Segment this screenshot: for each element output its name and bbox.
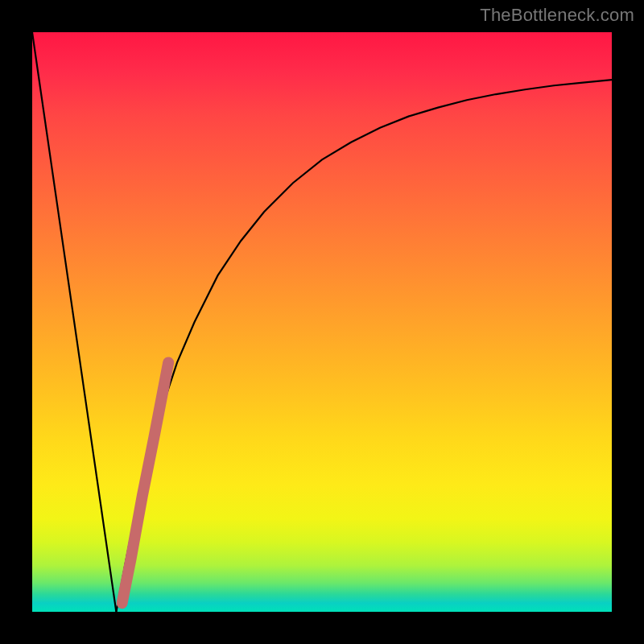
watermark-text: TheBottleneck.com: [480, 5, 634, 26]
plot-area: [32, 32, 612, 612]
chart-frame: TheBottleneck.com: [0, 0, 644, 644]
left-slope-path: [32, 32, 116, 612]
accent-segment-path: [122, 362, 169, 603]
main-curve-path: [116, 80, 612, 612]
curves-svg: [32, 32, 612, 612]
